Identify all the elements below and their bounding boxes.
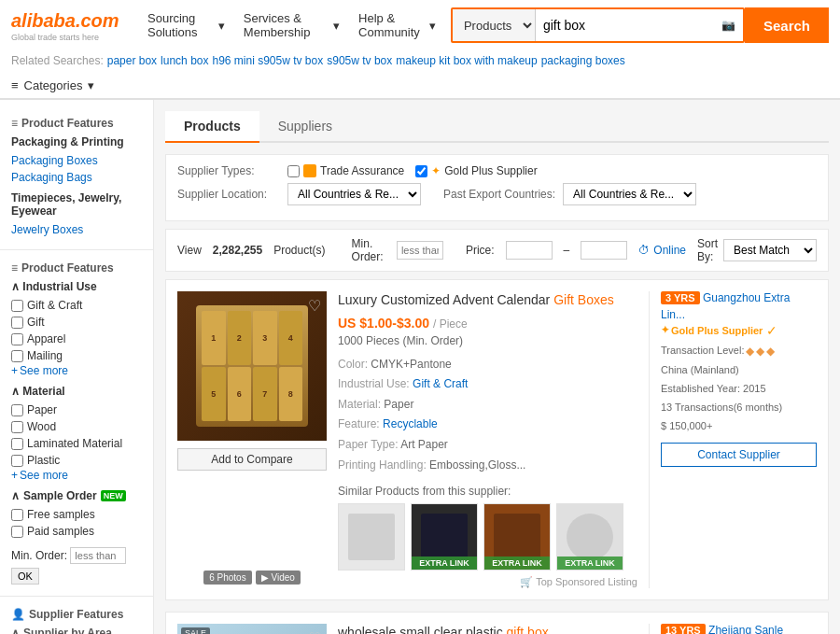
gold-plus-filter[interactable]: ✦ Gold Plus Supplier [415,164,537,177]
sort-area: Sort By: Best Match [697,237,817,263]
gold-plus-badge-1: ✦ Gold Plus Supplier [661,324,763,336]
similar-img-1c[interactable]: EXTRA LINK [483,503,551,571]
sidebar-supplier-by-area: ∧ Supplier by Area [11,627,142,634]
supplier-location-label: Supplier Location: [177,188,280,201]
categories-bar: ≡ Categories ▾ [0,73,840,99]
photos-btn-1[interactable]: 6 Photos [203,571,251,585]
min-order-bar-input[interactable] [397,241,443,260]
supplier-location-select[interactable]: All Countries & Re... [287,183,421,205]
product-image-1: 1 2 3 4 5 6 7 8 [177,291,327,441]
price-min-input[interactable] [506,241,553,260]
sidebar-wood[interactable]: Wood [11,418,142,435]
clock-icon: ⏱ [638,244,650,257]
new-badge: NEW [101,490,126,501]
heart-icon-2[interactable]: ♡ [308,629,321,634]
sidebar-link-packaging-boxes[interactable]: Packaging Boxes [11,152,142,169]
related-link-1[interactable]: lunch box [161,54,208,67]
product-details-2: wholesale small clear plastic gift box U… [338,624,637,634]
price-max-input[interactable] [581,241,627,260]
nav-sourcing-solutions[interactable]: Sourcing Solutions ▾ [147,11,225,39]
sidebar-apparel[interactable]: Apparel [11,331,142,347]
view-bar: View 2,282,255 Product(s) Min. Order: Pr… [165,229,829,272]
checkbox-laminated[interactable] [11,438,23,450]
video-btn-1[interactable]: ▶ Video [256,571,301,585]
add-compare-btn-1[interactable]: Add to Compare [177,448,327,471]
supplier-info-1: 3 YRS Guangzhou Extra Lin... ✦ Gold Plus… [649,291,817,588]
checkbox-paper[interactable] [11,404,23,416]
categories-arrow: ▾ [88,78,94,92]
sidebar-laminated[interactable]: Laminated Material [11,435,142,452]
checkbox-free-samples[interactable] [11,509,23,521]
sidebar-packaging-category: Packaging & Printing [11,135,142,148]
sidebar-plastic[interactable]: Plastic [11,452,142,469]
categories-button[interactable]: ≡ Categories ▾ [11,78,94,92]
trade-assurance-checkbox[interactable] [287,165,300,177]
sidebar-product-features-title: ≡ Product Features [11,117,142,130]
gold-plus-checkbox[interactable] [415,165,427,177]
search-input[interactable] [536,9,714,41]
logo-sub: Global trade starts here [11,33,99,42]
supplier-country-1: China (Mainland) [661,361,817,380]
sidebar-ok-button[interactable]: OK [11,568,39,585]
supplier-badge-1: ✦ Gold Plus Supplier ✓ [661,323,817,338]
content-area: Products Suppliers Supplier Types: Trade… [154,100,840,634]
related-link-0[interactable]: paper box [107,54,157,67]
view-label: View [177,244,202,257]
extra-link-badge-1c: EXTRA LINK [484,557,550,570]
trade-assurance-icon [303,164,316,177]
product-image-area-2: SALE ♡ [177,624,327,634]
past-export-select[interactable]: All Countries & Re... [563,183,696,205]
sidebar-paper[interactable]: Paper [11,402,142,418]
product-moq-1: 1000 Pieces (Min. Order) [338,334,637,347]
gold-plus-icon: ✦ [431,164,441,177]
related-link-4[interactable]: makeup kit box with makeup [396,54,537,67]
sidebar-free-samples[interactable]: Free samples [11,506,142,523]
nav-help[interactable]: Help & Community ▾ [358,11,436,39]
product-image-area-1: 1 2 3 4 5 6 7 8 ♡ 6 Photos ▶ Vid [177,291,327,588]
search-category-select[interactable]: Products [453,9,536,41]
sidebar-min-order-input[interactable] [70,547,126,564]
tab-suppliers[interactable]: Suppliers [259,111,351,143]
trade-assurance-filter[interactable]: Trade Assurance [287,164,404,177]
checkbox-plastic[interactable] [11,455,23,467]
checkbox-gift[interactable] [11,317,23,329]
supplier-revenue-1: $ 150,000+ [661,417,817,436]
contact-supplier-btn-1[interactable]: Contact Supplier [661,443,817,467]
similar-img-1b[interactable]: EXTRA LINK [411,503,478,571]
product-title-link-2[interactable]: wholesale small clear plastic gift box [338,625,549,634]
sort-select[interactable]: Best Match [723,239,817,261]
supplier-info-2: 13 YRS Zhejiang Sanle Plas... ✦ Gold Plu… [649,624,817,634]
sidebar-paid-samples[interactable]: Paid samples [11,523,142,540]
related-link-3[interactable]: s905w tv box [327,54,392,67]
search-button[interactable]: Search [745,7,829,43]
sidebar-gift[interactable]: Gift [11,314,142,331]
related-link-5[interactable]: packaging boxes [541,54,625,67]
see-more-material[interactable]: + See more [11,469,142,482]
extra-link-badge-1d: EXTRA LINK [557,557,623,570]
checkbox-paid-samples[interactable] [11,526,23,538]
sidebar-link-packaging-bags[interactable]: Packaging Bags [11,169,142,186]
similar-img-1d[interactable]: EXTRA LINK [556,503,623,571]
product-card-2: SALE ♡ wholesale small clear plastic gif… [165,612,829,634]
heart-icon-1[interactable]: ♡ [308,297,321,315]
sidebar-gift-craft[interactable]: Gift & Craft [11,297,142,314]
checkbox-wood[interactable] [11,421,23,433]
camera-icon[interactable]: 📷 [714,19,743,32]
sponsored-label-1: 🛒 Top Sponsored Listing [338,576,637,588]
related-link-2[interactable]: h96 mini s905w tv box [212,54,323,67]
see-more-industrial[interactable]: + See more [11,364,142,377]
sidebar-mailing[interactable]: Mailing [11,347,142,364]
supplier-established-1: Established Year: 2015 [661,380,817,399]
tab-products[interactable]: Products [165,111,259,143]
checkbox-mailing[interactable] [11,350,23,362]
sidebar-link-jewelry-boxes[interactable]: Jewelry Boxes [11,221,142,238]
checkbox-apparel[interactable] [11,333,23,345]
similar-img-1a[interactable] [338,503,405,571]
checkbox-gift-craft[interactable] [11,300,23,312]
product-title-link-1[interactable]: Luxury Customized Advent Calendar Gift B… [338,292,614,307]
supplier-transactions-1: 13 Transactions(6 months) [661,399,817,417]
nav-services[interactable]: Services & Membership ▾ [244,11,340,39]
online-filter[interactable]: ⏱ Online [638,244,686,257]
supplier-detail-1: Transaction Level: ◆ ◆ ◆ China (Mainland… [661,342,817,436]
sidebar-product-features2-title: ≡ Product Features [11,261,142,275]
